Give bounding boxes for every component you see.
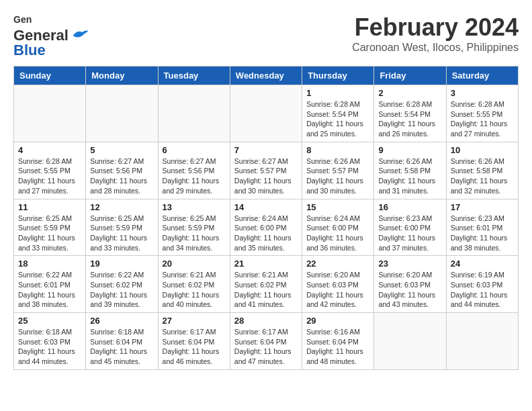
day-number: 3	[451, 88, 514, 98]
svg-text:General: General	[13, 14, 32, 25]
calendar-cell: 19Sunrise: 6:22 AM Sunset: 6:02 PM Dayli…	[86, 256, 158, 313]
day-info: Sunrise: 6:28 AM Sunset: 5:54 PM Dayligh…	[306, 99, 369, 139]
day-info: Sunrise: 6:17 AM Sunset: 6:04 PM Dayligh…	[234, 327, 298, 367]
day-info: Sunrise: 6:21 AM Sunset: 6:02 PM Dayligh…	[163, 270, 226, 310]
page-subtitle: Caronoan West, Ilocos, Philippines	[352, 42, 519, 54]
day-info: Sunrise: 6:21 AM Sunset: 6:02 PM Dayligh…	[234, 270, 298, 310]
calendar-cell: 13Sunrise: 6:25 AM Sunset: 5:59 PM Dayli…	[158, 199, 230, 256]
day-info: Sunrise: 6:23 AM Sunset: 6:00 PM Dayligh…	[378, 214, 441, 253]
day-info: Sunrise: 6:18 AM Sunset: 6:04 PM Dayligh…	[90, 327, 153, 367]
calendar-cell: 5Sunrise: 6:27 AM Sunset: 5:56 PM Daylig…	[86, 142, 158, 199]
page-header: General General Blue February 2024 Caron…	[13, 13, 519, 59]
day-number: 11	[18, 202, 81, 212]
day-info: Sunrise: 6:19 AM Sunset: 6:03 PM Dayligh…	[451, 270, 514, 310]
day-number: 10	[451, 145, 514, 155]
calendar-cell: 14Sunrise: 6:24 AM Sunset: 6:00 PM Dayli…	[230, 199, 302, 256]
calendar-cell: 21Sunrise: 6:21 AM Sunset: 6:02 PM Dayli…	[230, 256, 302, 313]
day-number: 19	[90, 259, 153, 269]
day-number: 12	[90, 202, 153, 212]
day-info: Sunrise: 6:27 AM Sunset: 5:56 PM Dayligh…	[163, 156, 226, 196]
day-info: Sunrise: 6:24 AM Sunset: 6:00 PM Dayligh…	[234, 214, 298, 253]
day-info: Sunrise: 6:17 AM Sunset: 6:04 PM Dayligh…	[163, 327, 226, 367]
calendar-cell: 9Sunrise: 6:26 AM Sunset: 5:58 PM Daylig…	[374, 142, 446, 199]
weekday-header-row: SundayMondayTuesdayWednesdayThursdayFrid…	[14, 66, 519, 85]
day-number: 4	[18, 145, 81, 155]
day-number: 29	[306, 316, 369, 326]
day-info: Sunrise: 6:18 AM Sunset: 6:03 PM Dayligh…	[18, 327, 81, 367]
page-title: February 2024	[352, 13, 519, 42]
calendar-cell: 11Sunrise: 6:25 AM Sunset: 5:59 PM Dayli…	[14, 199, 86, 256]
day-number: 28	[234, 316, 298, 326]
calendar-cell	[14, 85, 86, 142]
day-number: 9	[378, 145, 441, 155]
calendar-cell: 12Sunrise: 6:25 AM Sunset: 5:59 PM Dayli…	[86, 199, 158, 256]
day-number: 7	[234, 145, 298, 155]
day-number: 27	[163, 316, 226, 326]
day-number: 15	[306, 202, 369, 212]
calendar-cell	[158, 85, 230, 142]
day-number: 21	[234, 259, 298, 269]
day-info: Sunrise: 6:27 AM Sunset: 5:57 PM Dayligh…	[234, 156, 298, 196]
weekday-header-monday: Monday	[86, 66, 158, 85]
day-info: Sunrise: 6:22 AM Sunset: 6:01 PM Dayligh…	[18, 270, 81, 310]
calendar-week-2: 4Sunrise: 6:28 AM Sunset: 5:55 PM Daylig…	[14, 142, 519, 199]
calendar-cell: 23Sunrise: 6:20 AM Sunset: 6:03 PM Dayli…	[374, 256, 446, 313]
weekday-header-saturday: Saturday	[446, 66, 518, 85]
calendar-cell: 10Sunrise: 6:26 AM Sunset: 5:58 PM Dayli…	[446, 142, 518, 199]
calendar-cell: 22Sunrise: 6:20 AM Sunset: 6:03 PM Dayli…	[302, 256, 374, 313]
day-number: 17	[451, 202, 514, 212]
logo: General General Blue	[13, 13, 89, 59]
calendar-cell: 24Sunrise: 6:19 AM Sunset: 6:03 PM Dayli…	[446, 256, 518, 313]
day-number: 22	[306, 259, 369, 269]
day-number: 18	[18, 259, 81, 269]
day-info: Sunrise: 6:20 AM Sunset: 6:03 PM Dayligh…	[306, 270, 369, 310]
calendar-cell: 20Sunrise: 6:21 AM Sunset: 6:02 PM Dayli…	[158, 256, 230, 313]
day-number: 16	[378, 202, 441, 212]
weekday-header-tuesday: Tuesday	[158, 66, 230, 85]
day-number: 14	[234, 202, 298, 212]
day-info: Sunrise: 6:27 AM Sunset: 5:56 PM Dayligh…	[90, 156, 153, 196]
title-area: February 2024 Caronoan West, Ilocos, Phi…	[352, 13, 519, 54]
weekday-header-friday: Friday	[374, 66, 446, 85]
calendar-cell: 6Sunrise: 6:27 AM Sunset: 5:56 PM Daylig…	[158, 142, 230, 199]
calendar-table: SundayMondayTuesdayWednesdayThursdayFrid…	[13, 66, 519, 370]
weekday-header-sunday: Sunday	[14, 66, 86, 85]
day-info: Sunrise: 6:25 AM Sunset: 5:59 PM Dayligh…	[163, 214, 226, 253]
calendar-cell: 7Sunrise: 6:27 AM Sunset: 5:57 PM Daylig…	[230, 142, 302, 199]
calendar-cell: 15Sunrise: 6:24 AM Sunset: 6:00 PM Dayli…	[302, 199, 374, 256]
logo-bird-icon	[71, 28, 89, 43]
day-number: 13	[163, 202, 226, 212]
calendar-week-5: 25Sunrise: 6:18 AM Sunset: 6:03 PM Dayli…	[14, 313, 519, 370]
calendar-cell	[446, 313, 518, 370]
calendar-week-3: 11Sunrise: 6:25 AM Sunset: 5:59 PM Dayli…	[14, 199, 519, 256]
calendar-cell: 29Sunrise: 6:16 AM Sunset: 6:04 PM Dayli…	[302, 313, 374, 370]
calendar-cell: 8Sunrise: 6:26 AM Sunset: 5:57 PM Daylig…	[302, 142, 374, 199]
day-info: Sunrise: 6:16 AM Sunset: 6:04 PM Dayligh…	[306, 327, 369, 367]
calendar-cell: 28Sunrise: 6:17 AM Sunset: 6:04 PM Dayli…	[230, 313, 302, 370]
logo-icon: General	[13, 13, 32, 27]
day-info: Sunrise: 6:25 AM Sunset: 5:59 PM Dayligh…	[90, 214, 153, 253]
calendar-cell: 1Sunrise: 6:28 AM Sunset: 5:54 PM Daylig…	[302, 85, 374, 142]
day-info: Sunrise: 6:25 AM Sunset: 5:59 PM Dayligh…	[18, 214, 81, 253]
day-number: 25	[18, 316, 81, 326]
calendar-cell: 25Sunrise: 6:18 AM Sunset: 6:03 PM Dayli…	[14, 313, 86, 370]
day-number: 6	[163, 145, 226, 155]
day-number: 1	[306, 88, 369, 98]
day-info: Sunrise: 6:22 AM Sunset: 6:02 PM Dayligh…	[90, 270, 153, 310]
day-info: Sunrise: 6:28 AM Sunset: 5:55 PM Dayligh…	[451, 99, 514, 139]
day-info: Sunrise: 6:28 AM Sunset: 5:54 PM Dayligh…	[378, 99, 441, 139]
day-number: 24	[451, 259, 514, 269]
calendar-cell: 3Sunrise: 6:28 AM Sunset: 5:55 PM Daylig…	[446, 85, 518, 142]
day-number: 20	[163, 259, 226, 269]
day-number: 26	[90, 316, 153, 326]
logo-text-blue: Blue	[13, 42, 46, 59]
calendar-cell: 4Sunrise: 6:28 AM Sunset: 5:55 PM Daylig…	[14, 142, 86, 199]
calendar-week-4: 18Sunrise: 6:22 AM Sunset: 6:01 PM Dayli…	[14, 256, 519, 313]
calendar-week-1: 1Sunrise: 6:28 AM Sunset: 5:54 PM Daylig…	[14, 85, 519, 142]
calendar-cell	[86, 85, 158, 142]
day-info: Sunrise: 6:24 AM Sunset: 6:00 PM Dayligh…	[306, 214, 369, 253]
weekday-header-wednesday: Wednesday	[230, 66, 302, 85]
day-info: Sunrise: 6:26 AM Sunset: 5:58 PM Dayligh…	[378, 156, 441, 196]
day-number: 5	[90, 145, 153, 155]
day-info: Sunrise: 6:26 AM Sunset: 5:57 PM Dayligh…	[306, 156, 369, 196]
